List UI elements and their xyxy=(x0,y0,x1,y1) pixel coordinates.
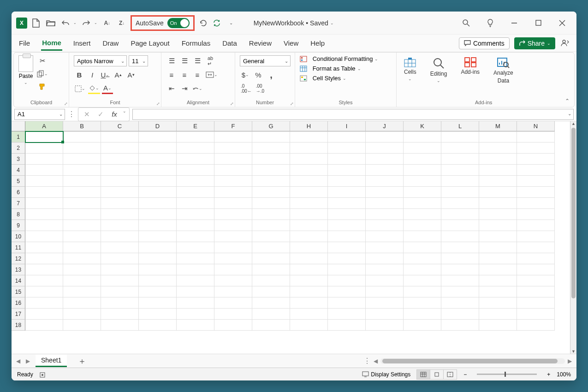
cell-N11[interactable] xyxy=(517,242,555,253)
increase-font-icon[interactable]: A▴ xyxy=(113,69,124,80)
cell-K14[interactable] xyxy=(404,275,441,286)
cell-C4[interactable] xyxy=(101,165,139,176)
cell-F10[interactable] xyxy=(214,231,252,242)
cell-D17[interactable] xyxy=(139,309,177,320)
cell-N6[interactable] xyxy=(517,187,555,198)
cell-F16[interactable] xyxy=(214,297,252,309)
name-box[interactable]: A1 xyxy=(14,109,65,120)
cell-E8[interactable] xyxy=(177,209,214,220)
cell-N13[interactable] xyxy=(517,264,555,275)
cell-D14[interactable] xyxy=(139,275,177,286)
format-as-table-button[interactable]: Format as Table⌄ xyxy=(300,65,392,72)
hscroll-right-icon[interactable]: ▶ xyxy=(568,358,572,364)
vscroll-thumb[interactable] xyxy=(571,128,576,298)
cell-J18[interactable] xyxy=(366,320,404,331)
cell-B1[interactable] xyxy=(63,131,101,143)
row-header-6[interactable]: 6 xyxy=(12,187,25,198)
cell-J17[interactable] xyxy=(366,309,404,320)
cell-D11[interactable] xyxy=(139,242,177,253)
cell-A15[interactable] xyxy=(25,286,63,297)
cell-J16[interactable] xyxy=(366,297,404,309)
cell-L8[interactable] xyxy=(441,209,479,220)
new-file-icon[interactable] xyxy=(31,18,41,28)
cell-A7[interactable] xyxy=(25,198,63,209)
tab-home[interactable]: Home xyxy=(41,36,62,51)
cell-E1[interactable] xyxy=(177,131,214,143)
cell-B17[interactable] xyxy=(63,309,101,320)
cell-L4[interactable] xyxy=(441,165,479,176)
cell-N17[interactable] xyxy=(517,309,555,320)
cell-B6[interactable] xyxy=(63,187,101,198)
cell-H8[interactable] xyxy=(290,209,328,220)
row-header-12[interactable]: 12 xyxy=(12,253,25,264)
comma-icon[interactable]: , xyxy=(266,69,277,80)
cell-E3[interactable] xyxy=(177,154,214,165)
cell-N3[interactable] xyxy=(517,154,555,165)
cell-C3[interactable] xyxy=(101,154,139,165)
cell-F1[interactable] xyxy=(214,131,252,143)
cell-L10[interactable] xyxy=(441,231,479,242)
italic-button[interactable]: I xyxy=(87,69,98,80)
cell-F11[interactable] xyxy=(214,242,252,253)
cell-F6[interactable] xyxy=(214,187,252,198)
cell-C17[interactable] xyxy=(101,309,139,320)
cell-C18[interactable] xyxy=(101,320,139,331)
cell-E18[interactable] xyxy=(177,320,214,331)
cell-A17[interactable] xyxy=(25,309,63,320)
cell-G1[interactable] xyxy=(252,131,290,143)
cell-C10[interactable] xyxy=(101,231,139,242)
cell-G14[interactable] xyxy=(252,275,290,286)
cell-B13[interactable] xyxy=(63,264,101,275)
percent-icon[interactable]: % xyxy=(253,69,264,80)
tab-file[interactable]: File xyxy=(18,36,31,50)
cell-L11[interactable] xyxy=(441,242,479,253)
cell-E11[interactable] xyxy=(177,242,214,253)
decrease-decimal-icon[interactable]: .00→.0 xyxy=(255,83,266,94)
cell-N5[interactable] xyxy=(517,176,555,187)
cell-D16[interactable] xyxy=(139,297,177,309)
cell-G6[interactable] xyxy=(252,187,290,198)
cell-F5[interactable] xyxy=(214,176,252,187)
cell-M6[interactable] xyxy=(479,187,517,198)
cell-M2[interactable] xyxy=(479,143,517,154)
cell-I16[interactable] xyxy=(328,297,366,309)
conditional-formatting-button[interactable]: Conditional Formatting⌄ xyxy=(300,55,392,62)
cell-K18[interactable] xyxy=(404,320,441,331)
cell-A3[interactable] xyxy=(25,154,63,165)
cell-A11[interactable] xyxy=(25,242,63,253)
cell-H16[interactable] xyxy=(290,297,328,309)
cell-H13[interactable] xyxy=(290,264,328,275)
cell-J6[interactable] xyxy=(366,187,404,198)
cell-B2[interactable] xyxy=(63,143,101,154)
cell-G18[interactable] xyxy=(252,320,290,331)
cell-A1[interactable] xyxy=(25,131,63,143)
cell-A5[interactable] xyxy=(25,176,63,187)
cell-G3[interactable] xyxy=(252,154,290,165)
cell-F17[interactable] xyxy=(214,309,252,320)
cell-N15[interactable] xyxy=(517,286,555,297)
cell-C13[interactable] xyxy=(101,264,139,275)
cell-M8[interactable] xyxy=(479,209,517,220)
cell-J9[interactable] xyxy=(366,220,404,231)
sort-asc-icon[interactable]: A↓ xyxy=(102,18,112,28)
cell-J2[interactable] xyxy=(366,143,404,154)
cell-I12[interactable] xyxy=(328,253,366,264)
borders-icon[interactable]: ⌄ xyxy=(74,83,86,94)
cell-I11[interactable] xyxy=(328,242,366,253)
cell-M4[interactable] xyxy=(479,165,517,176)
cell-K1[interactable] xyxy=(404,131,441,143)
cell-K15[interactable] xyxy=(404,286,441,297)
cell-L7[interactable] xyxy=(441,198,479,209)
cell-E7[interactable] xyxy=(177,198,214,209)
cell-G13[interactable] xyxy=(252,264,290,275)
cell-K5[interactable] xyxy=(404,176,441,187)
cell-J13[interactable] xyxy=(366,264,404,275)
cell-F4[interactable] xyxy=(214,165,252,176)
cell-G11[interactable] xyxy=(252,242,290,253)
macro-record-icon[interactable] xyxy=(40,371,47,378)
cell-M16[interactable] xyxy=(479,297,517,309)
cell-H15[interactable] xyxy=(290,286,328,297)
cell-F8[interactable] xyxy=(214,209,252,220)
cell-A6[interactable] xyxy=(25,187,63,198)
cell-G9[interactable] xyxy=(252,220,290,231)
